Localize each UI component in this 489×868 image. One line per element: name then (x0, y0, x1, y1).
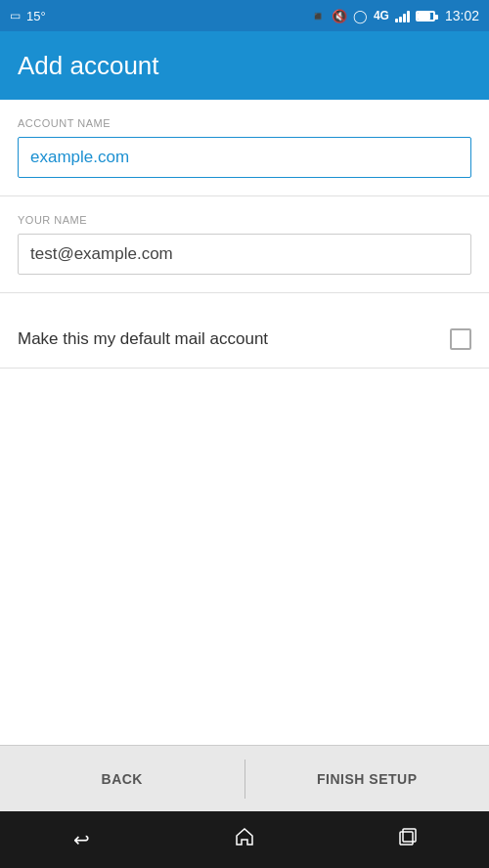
nav-back-button[interactable]: ↩ (57, 820, 106, 859)
back-button[interactable]: BACK (0, 746, 244, 811)
back-icon: ↩ (73, 828, 90, 851)
account-name-input[interactable] (18, 137, 471, 178)
action-bar: BACK FINISH SETUP (0, 745, 489, 811)
nav-home-button[interactable] (220, 820, 269, 859)
signal-bars (395, 9, 410, 22)
nav-recent-button[interactable] (383, 820, 432, 859)
screen-icon: ▭ (10, 9, 21, 22)
divider-2 (0, 292, 489, 293)
network-label: 4G (374, 9, 389, 22)
bluetooth-icon: ◾ (310, 9, 326, 23)
battery-icon (416, 11, 435, 22)
title-bar: Add account (0, 31, 489, 100)
time-text: 13:02 (445, 8, 479, 23)
account-name-label: ACCOUNT NAME (18, 117, 471, 129)
your-name-label: YOUR NAME (18, 214, 471, 226)
nav-bar: ↩ (0, 811, 489, 868)
main-content: ACCOUNT NAME YOUR NAME Make this my defa… (0, 100, 489, 745)
temperature-text: 15° (26, 9, 46, 23)
status-left: ▭ 15° (10, 9, 46, 23)
svg-rect-0 (400, 832, 413, 845)
home-icon (234, 826, 255, 853)
svg-rect-1 (403, 829, 416, 842)
page-title: Add account (18, 51, 159, 81)
mute-icon: 🔇 (332, 9, 347, 23)
status-bar: ▭ 15° ◾ 🔇 ◯ 4G 13:02 (0, 0, 489, 31)
alarm-icon: ◯ (353, 9, 368, 23)
status-right: ◾ 🔇 ◯ 4G 13:02 (310, 8, 479, 23)
finish-setup-button[interactable]: FINISH SETUP (245, 746, 490, 811)
account-name-section: ACCOUNT NAME (0, 100, 489, 178)
default-mail-label: Make this my default mail account (18, 329, 268, 349)
divider-3 (0, 368, 489, 369)
your-name-section: YOUR NAME (0, 214, 489, 275)
default-mail-checkbox[interactable] (450, 328, 471, 350)
recent-icon (398, 827, 418, 852)
default-mail-row: Make this my default mail account (0, 311, 489, 368)
divider-1 (0, 195, 489, 196)
your-name-input[interactable] (18, 234, 471, 275)
